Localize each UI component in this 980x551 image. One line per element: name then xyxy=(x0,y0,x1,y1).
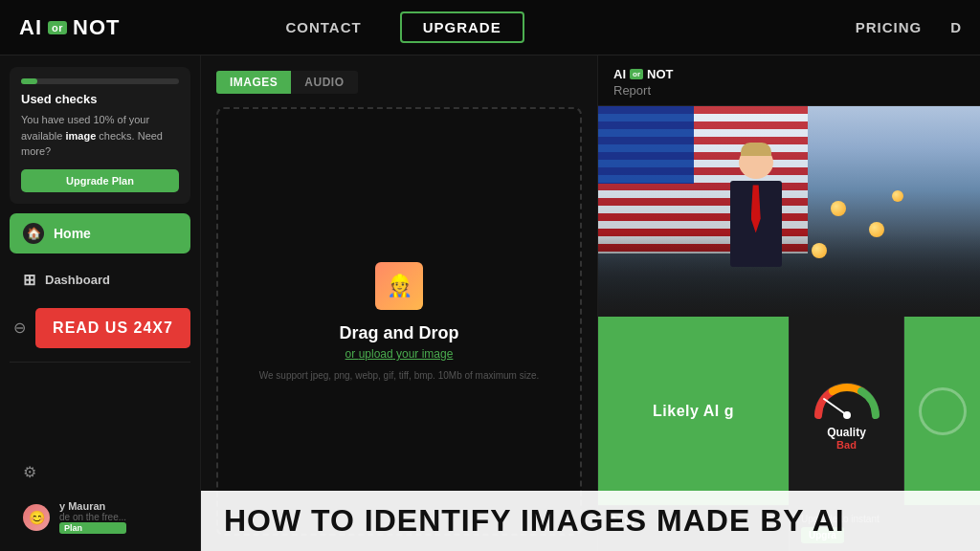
sidebar-separator xyxy=(10,362,190,363)
quality-value: Bad xyxy=(836,439,857,451)
sidebar-home[interactable]: 🏠 Home xyxy=(10,213,190,253)
svg-line-0 xyxy=(824,399,847,415)
logo: AI or NOT xyxy=(19,15,120,40)
figure xyxy=(713,146,799,299)
figure-tie xyxy=(751,185,761,232)
result-panels: Likely AI g xyxy=(598,317,980,505)
read-us-row: ⊖ READ US 24X7 xyxy=(10,306,190,350)
read-us-icon: ⊖ xyxy=(10,315,30,341)
report-label: Report xyxy=(613,83,965,98)
upload-section: IMAGES AUDIO Drag and Drop or upload you… xyxy=(201,55,597,551)
gauge-svg xyxy=(809,372,885,420)
drag-drop-sub: or upload your image xyxy=(345,347,454,361)
upgrade-plan-button[interactable]: Upgrade Plan xyxy=(21,169,179,192)
report-header: AI or NOT Report xyxy=(598,55,980,106)
upload-area[interactable]: Drag and Drop or upload your image We su… xyxy=(216,107,582,536)
usage-card: Used checks You have used 10% of your av… xyxy=(10,67,190,204)
svg-point-1 xyxy=(843,411,851,419)
scene xyxy=(598,106,980,317)
user-plan-text: de on the free... xyxy=(59,512,126,522)
usage-title: Used checks xyxy=(21,92,179,106)
home-icon: 🏠 xyxy=(23,223,44,244)
upload-preview-icon xyxy=(375,262,423,310)
drag-drop-note: We support jpeg, png, webp, gif, tiff, b… xyxy=(259,370,540,381)
figure-head xyxy=(739,146,773,179)
sidebar: Used checks You have used 10% of your av… xyxy=(0,55,201,551)
settings-icon: ⚙ xyxy=(23,463,36,481)
drag-sub-prefix: or xyxy=(345,347,359,361)
user-avatar: 😊 xyxy=(23,504,50,531)
nav-upgrade[interactable]: UPGRADE xyxy=(400,11,524,43)
drag-drop-title: Drag and Drop xyxy=(339,323,458,343)
flag-canton xyxy=(598,106,694,184)
right-panel: AI or NOT Report xyxy=(597,55,980,551)
read-us-button[interactable]: READ US 24X7 xyxy=(35,308,190,348)
figure-body xyxy=(730,181,782,267)
brand-not: NOT xyxy=(647,67,673,81)
settings-row[interactable]: ⚙ xyxy=(10,457,190,487)
nav-contact[interactable]: CONTACT xyxy=(285,19,361,35)
sidebar-home-label: Home xyxy=(54,226,91,241)
header-right: PRICING D xyxy=(856,19,961,35)
dashboard-icon: ⊞ xyxy=(23,271,35,289)
likely-ai-panel: Likely AI g xyxy=(598,317,789,505)
likely-ai-text: Likely AI g xyxy=(653,403,734,420)
sidebar-dashboard-label: Dashboard xyxy=(45,273,110,287)
report-image xyxy=(598,106,980,317)
header-nav: CONTACT UPGRADE xyxy=(285,11,523,43)
brand-or-badge: or xyxy=(630,69,643,79)
logo-or-badge: or xyxy=(48,21,67,34)
tab-images[interactable]: IMAGES xyxy=(216,71,291,94)
ai-or-not-label: AI or NOT xyxy=(613,67,965,81)
drag-sub-suffix: your image xyxy=(393,347,454,361)
flying-ball-1 xyxy=(831,201,846,216)
sidebar-bottom: ⚙ 😊 y Mauran de on the free... Plan xyxy=(10,457,190,540)
green-circle-panel xyxy=(903,317,980,505)
icon-border xyxy=(375,262,423,310)
green-circle xyxy=(919,387,967,435)
sidebar-dashboard[interactable]: ⊞ Dashboard xyxy=(10,263,190,297)
quality-panel: Quality Bad xyxy=(789,317,903,505)
figure-hair xyxy=(741,143,771,156)
banner-text: HOW TO IDENTIFY IMAGES MADE BY AI xyxy=(224,504,957,538)
nav-pricing[interactable]: PRICING xyxy=(856,19,923,35)
bottom-banner: HOW TO IDENTIFY IMAGES MADE BY AI xyxy=(201,491,980,551)
header: AI or NOT CONTACT UPGRADE PRICING D xyxy=(0,0,980,55)
nav-more[interactable]: D xyxy=(950,19,961,35)
tab-audio[interactable]: AUDIO xyxy=(291,71,357,94)
logo-ai: AI xyxy=(19,15,42,40)
user-row: 😊 y Mauran de on the free... Plan xyxy=(10,495,190,540)
gauge-container xyxy=(809,372,885,420)
upload-tabs: IMAGES AUDIO xyxy=(216,71,582,94)
user-name: y Mauran xyxy=(59,500,126,512)
brand-ai: AI xyxy=(613,67,626,81)
upload-link[interactable]: upload xyxy=(359,347,393,361)
plan-badge: Plan xyxy=(59,522,126,534)
user-info: y Mauran de on the free... Plan xyxy=(59,500,126,534)
main-layout: Used checks You have used 10% of your av… xyxy=(0,55,980,551)
usage-bar-bg xyxy=(21,78,179,84)
usage-bar-fill xyxy=(21,78,37,84)
usage-text: You have used 10% of your available imag… xyxy=(21,112,179,160)
logo-not: NOT xyxy=(73,15,120,40)
flying-ball-4 xyxy=(892,190,903,202)
quality-label: Quality xyxy=(827,426,866,439)
